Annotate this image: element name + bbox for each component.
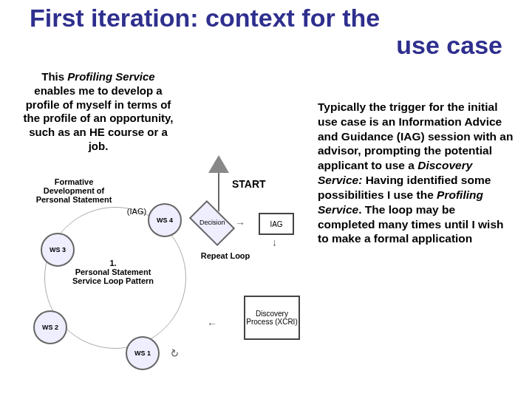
arrow-down-icon: ↓ <box>272 236 277 248</box>
right-p1: Typically the trigger for the initial us… <box>318 100 513 171</box>
start-line <box>218 173 219 211</box>
ws1-node: WS 1 <box>126 336 160 370</box>
decision-label: Decision <box>200 219 225 227</box>
title-line2: use case <box>30 32 510 59</box>
ws4-node: WS 4 <box>148 203 182 237</box>
loop-diagram: START Formative Development of Personal … <box>37 163 310 384</box>
arrow-icon: → <box>235 217 245 229</box>
right-description: Typically the trigger for the initial us… <box>318 100 514 246</box>
left-service-name: Profiling Service <box>67 70 154 83</box>
formative-label: Formative Development of Personal Statem… <box>30 177 118 204</box>
ws2-node: WS 2 <box>33 310 67 344</box>
iag-small-label: (IAG) <box>122 207 151 216</box>
ws3-label: WS 3 <box>50 246 66 253</box>
ws1-label: WS 1 <box>134 349 151 357</box>
start-label: START <box>232 179 266 190</box>
start-triangle-icon <box>208 155 229 173</box>
discovery-label: Discovery Process (XCRI) <box>245 310 299 326</box>
iag-box-label: IAG <box>270 220 282 228</box>
slide-title: First iteration: context for the use cas… <box>30 4 510 60</box>
iag-box: IAG <box>259 213 294 235</box>
ws4-label: WS 4 <box>157 216 173 224</box>
arrow-loop-icon: ↻ <box>168 346 181 360</box>
decision-node: Decision <box>189 200 235 246</box>
discovery-box: Discovery Process (XCRI) <box>244 296 300 340</box>
left-description: This Profiling Service enables me to dev… <box>21 70 176 154</box>
loop-title-label: 1. Personal Statement Service Loop Patte… <box>65 259 161 285</box>
ws2-label: WS 2 <box>42 324 58 331</box>
repeat-loop-label: Repeat Loop <box>192 251 259 260</box>
left-post: enables me to develop a profile of mysel… <box>23 84 173 152</box>
arrow-left-icon: ← <box>207 318 217 330</box>
title-line1: First iteration: context for the <box>30 4 380 32</box>
left-pre: This <box>41 70 67 83</box>
